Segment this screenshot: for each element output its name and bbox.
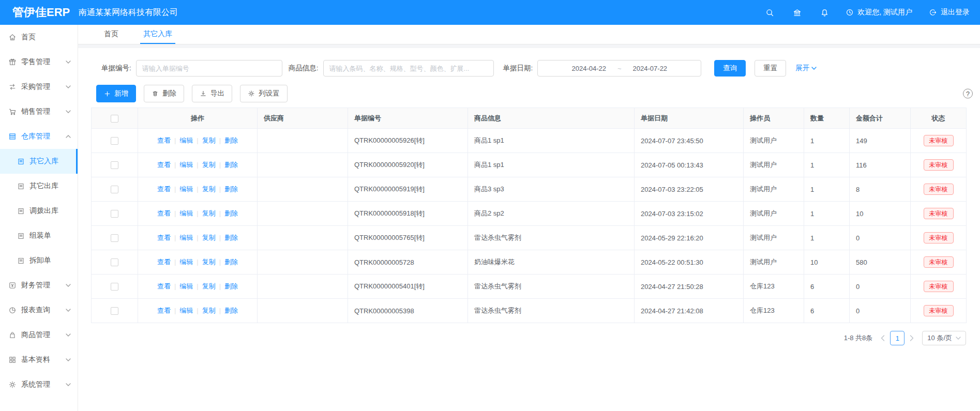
add-button[interactable]: 新增 [96,85,136,102]
next-page-button[interactable] [907,335,917,341]
file-icon [17,232,25,240]
select-all-checkbox[interactable] [111,115,118,123]
search-button[interactable]: 查询 [714,60,746,77]
row-action-view[interactable]: 查看 [157,161,171,169]
sidebar-item-sales[interactable]: 销售管理 [0,99,78,124]
header-actions: 欢迎您, 测试用户 退出登录 [747,8,980,17]
row-action-view[interactable]: 查看 [157,307,171,314]
row-checkbox[interactable] [111,137,118,145]
row-action-edit[interactable]: 编辑 [171,282,193,290]
row-action-delete[interactable]: 删除 [216,307,238,314]
row-checkbox[interactable] [111,186,118,193]
sidebar-item-other-outbound[interactable]: 其它出库 [0,174,78,199]
row-checkbox[interactable] [111,258,118,266]
row-action-view[interactable]: 查看 [157,258,171,266]
row-action-copy[interactable]: 复制 [193,185,215,193]
row-action-view[interactable]: 查看 [157,209,171,217]
row-action-delete[interactable]: 删除 [216,136,238,144]
row-action-delete[interactable]: 删除 [216,185,238,193]
cell-product-info: 雷达杀虫气雾剂 [468,226,635,250]
reset-button[interactable]: 重置 [755,60,786,77]
logout-button[interactable]: 退出登录 [929,8,970,17]
bag-icon [8,331,17,339]
search-icon[interactable] [765,8,774,17]
sidebar-item-disassembly[interactable]: 拆卸单 [0,248,78,273]
chevron-down-icon [66,60,71,64]
table-header-row: 操作 供应商 单据编号 商品信息 单据日期 操作员 数量 金额合计 状态 [92,108,967,129]
row-checkbox[interactable] [111,210,118,218]
row-action-view[interactable]: 查看 [157,185,171,193]
bell-icon[interactable] [820,8,829,17]
sidebar-item-home[interactable]: 首页 [0,25,78,50]
sidebar-item-label: 拆卸单 [29,256,51,265]
row-checkbox[interactable] [111,283,118,291]
row-action-edit[interactable]: 编辑 [171,307,193,314]
cell-bill-date: 2024-05-22 00:51:30 [635,250,744,275]
row-action-delete[interactable]: 删除 [216,258,238,266]
row-action-copy[interactable]: 复制 [193,234,215,241]
row-action-copy[interactable]: 复制 [193,282,215,290]
row-checkbox[interactable] [111,161,118,169]
sidebar-item-purchase[interactable]: 采购管理 [0,74,78,99]
column-settings-button[interactable]: 列设置 [240,85,288,102]
row-action-delete[interactable]: 删除 [216,209,238,217]
row-action-delete[interactable]: 删除 [216,161,238,169]
sidebar-item-retail[interactable]: 零售管理 [0,50,78,74]
row-action-edit[interactable]: 编辑 [171,258,193,266]
row-action-edit[interactable]: 编辑 [171,234,193,241]
date-to-value[interactable]: 2024-07-22 [633,65,668,72]
row-action-edit[interactable]: 编辑 [171,161,193,169]
chevron-down-icon [66,284,71,287]
sidebar-item-other-inbound[interactable]: 其它入库 [0,149,78,174]
sidebar-item-reports[interactable]: 报表查询 [0,298,78,323]
expand-toggle[interactable]: 展开 [795,64,817,73]
help-icon[interactable]: ? [963,89,973,99]
bill-no-input[interactable] [136,60,282,77]
cell-checkbox [92,226,138,250]
row-action-view[interactable]: 查看 [157,282,171,290]
sidebar-item-warehouse[interactable]: 仓库管理 [0,124,78,149]
product-info-input[interactable] [323,60,494,77]
page-size-select[interactable]: 10 条/页 [922,331,966,345]
row-action-view[interactable]: 查看 [157,136,171,144]
sidebar-item-basic-data[interactable]: 基本资料 [0,347,78,372]
row-action-delete[interactable]: 删除 [216,282,238,290]
row-action-edit[interactable]: 编辑 [171,209,193,217]
sidebar-item-goods[interactable]: 商品管理 [0,323,78,347]
welcome-user[interactable]: 欢迎您, 测试用户 [846,8,912,17]
main-panel: 单据编号: 商品信息: 单据日期: 2024-04-22 ~ 2024-07-2… [78,48,980,411]
row-action-edit[interactable]: 编辑 [171,136,193,144]
row-checkbox[interactable] [111,307,118,315]
tab-home[interactable]: 首页 [101,25,122,44]
row-action-copy[interactable]: 复制 [193,161,215,169]
cell-actions: 查看编辑复制删除 [138,202,258,226]
export-button[interactable]: 导出 [192,85,232,102]
row-action-delete[interactable]: 删除 [216,234,238,241]
date-range-picker[interactable]: 2024-04-22 ~ 2024-07-22 [537,60,701,77]
prev-page-button[interactable] [878,335,888,341]
row-checkbox[interactable] [111,234,118,242]
cell-status: 未审核 [911,202,967,226]
row-action-copy[interactable]: 复制 [193,209,215,217]
sidebar-item-finance[interactable]: 财务管理 [0,273,78,298]
sidebar-item-assembly[interactable]: 组装单 [0,223,78,248]
cell-bill-date: 2024-05-29 22:16:20 [635,226,744,250]
file-icon [17,182,25,190]
row-action-copy[interactable]: 复制 [193,136,215,144]
sidebar-item-transfer-outbound[interactable]: 调拨出库 [0,199,78,223]
cell-product-info: 雷达杀虫气雾剂 [468,299,635,323]
row-action-copy[interactable]: 复制 [193,258,215,266]
page-number-button[interactable]: 1 [890,331,904,345]
sidebar-item-system[interactable]: 系统管理 [0,372,78,397]
sidebar-item-label: 财务管理 [21,281,50,290]
row-action-copy[interactable]: 复制 [193,307,215,314]
row-action-view[interactable]: 查看 [157,234,171,241]
delete-button[interactable]: 删除 [144,85,184,102]
date-from-value[interactable]: 2024-04-22 [572,65,607,72]
row-action-edit[interactable]: 编辑 [171,185,193,193]
tab-other-inbound[interactable]: 其它入库 [140,25,175,44]
filter-bill-date: 单据日期: 2024-04-22 ~ 2024-07-22 [503,60,702,77]
bank-icon[interactable] [793,8,802,17]
download-icon [200,90,207,97]
cell-amount: 116 [850,153,911,177]
